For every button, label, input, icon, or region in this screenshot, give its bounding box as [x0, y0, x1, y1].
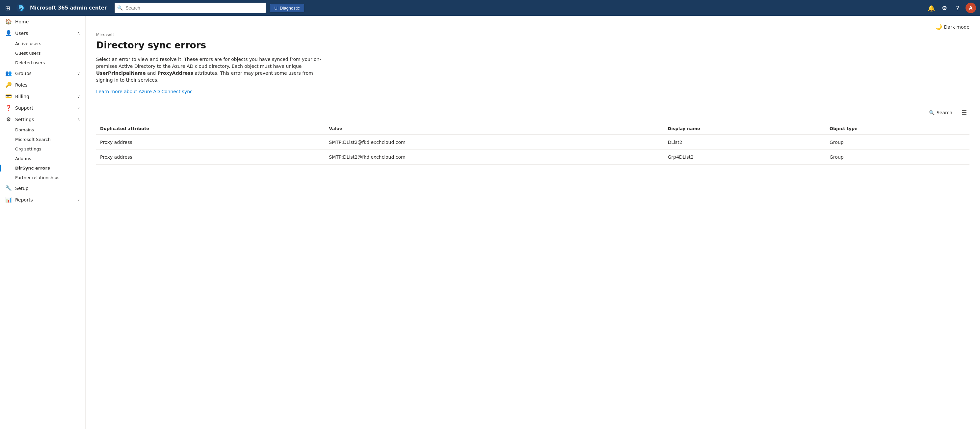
table-search-icon: 🔍	[929, 110, 935, 115]
filter-icon: ☰	[962, 109, 967, 116]
description-text-1: Select an error to view and resolve it. …	[96, 57, 321, 69]
page-title: Directory sync errors	[96, 40, 969, 51]
cell-duplicated-attribute: Proxy address	[96, 135, 325, 150]
sidebar-sub-deleted-users[interactable]: Deleted users	[0, 58, 85, 67]
sidebar-label-settings: Settings	[15, 117, 74, 122]
sidebar-label-support: Support	[15, 105, 74, 111]
cell-object-type: Group	[826, 150, 969, 164]
users-chevron-icon: ∧	[77, 31, 80, 35]
topbar-search-area[interactable]: 🔍	[115, 3, 266, 13]
support-icon: ❓	[5, 105, 12, 111]
cell-duplicated-attribute: Proxy address	[96, 150, 325, 164]
dark-mode-icon: 🌙	[935, 24, 942, 30]
reports-chevron-icon: ∨	[77, 198, 80, 202]
sidebar-sub-active-users[interactable]: Active users	[0, 39, 85, 48]
errors-table: Duplicated attribute Value Display name …	[96, 123, 969, 164]
description-bold-proxy: ProxyAddress	[158, 70, 193, 76]
settings-chevron-icon: ∧	[77, 117, 80, 122]
sidebar-item-reports[interactable]: 📊 Reports ∨	[0, 194, 85, 206]
app-logo	[16, 3, 26, 13]
toolbar: 🔍 Search ☰	[96, 108, 969, 118]
table-row[interactable]: Proxy addressSMTP:DList2@fkd.exchcloud.c…	[96, 135, 969, 150]
settings-button[interactable]: ⚙	[939, 3, 950, 13]
waffle-menu-button[interactable]: ⊞	[4, 3, 11, 13]
sidebar-label-billing: Billing	[15, 94, 74, 99]
sidebar-item-setup[interactable]: 🔧 Setup	[0, 182, 85, 194]
notifications-button[interactable]: 🔔	[926, 3, 937, 13]
users-icon: 👤	[5, 30, 12, 36]
setup-icon: 🔧	[5, 185, 12, 191]
sidebar-sub-partner-relationships[interactable]: Partner relationships	[0, 173, 85, 182]
sidebar-item-support[interactable]: ❓ Support ∨	[0, 102, 85, 113]
roles-icon: 🔑	[5, 82, 12, 88]
avatar[interactable]: A	[966, 3, 976, 13]
learn-more-link[interactable]: Learn more about Azure AD Connect sync	[96, 89, 192, 94]
topbar-icons: 🔔 ⚙ ? A	[926, 3, 976, 13]
cell-object-type: Group	[826, 135, 969, 150]
sidebar-sub-dirsync-errors[interactable]: DirSync errors	[0, 163, 85, 173]
sidebar-label-home: Home	[15, 19, 80, 24]
groups-chevron-icon: ∨	[77, 71, 80, 76]
sidebar-sub-microsoft-search[interactable]: Microsoft Search	[0, 135, 85, 144]
sidebar-item-roles[interactable]: 🔑 Roles	[0, 79, 85, 91]
sidebar-sub-org-settings[interactable]: Org settings	[0, 144, 85, 154]
cell-display-name: DList2	[663, 135, 826, 150]
sidebar-label-users: Users	[15, 30, 74, 36]
billing-icon: 💳	[5, 93, 12, 99]
sidebar-item-settings[interactable]: ⚙️ Settings ∧	[0, 113, 85, 125]
search-icon: 🔍	[117, 5, 123, 11]
reports-icon: 📊	[5, 196, 12, 203]
description-and: and	[146, 70, 158, 76]
cell-value: SMTP:DList2@fkd.exchcloud.com	[325, 150, 663, 164]
top-right-area: 🌙 Dark mode	[96, 24, 969, 30]
table-header-row: Duplicated attribute Value Display name …	[96, 123, 969, 135]
sidebar-label-reports: Reports	[15, 197, 74, 203]
table-search-button[interactable]: 🔍 Search	[926, 108, 955, 116]
help-button[interactable]: ?	[952, 3, 963, 13]
cell-value: SMTP:DList2@fkd.exchcloud.com	[325, 135, 663, 150]
description-bold-upn: UserPrincipalName	[96, 70, 146, 76]
sidebar-sub-add-ins[interactable]: Add-ins	[0, 154, 85, 163]
search-input[interactable]	[115, 3, 266, 13]
sidebar: 🏠 Home 👤 Users ∧ Active users Guest user…	[0, 16, 86, 429]
cell-display-name: Grp4DList2	[663, 150, 826, 164]
dark-mode-label: Dark mode	[944, 24, 969, 30]
col-header-display-name: Display name	[663, 123, 826, 135]
breadcrumb: Microsoft	[96, 33, 969, 37]
sidebar-sub-guest-users[interactable]: Guest users	[0, 48, 85, 58]
sidebar-item-home[interactable]: 🏠 Home	[0, 16, 85, 27]
col-header-value: Value	[325, 123, 663, 135]
section-divider	[96, 101, 969, 101]
col-header-object-type: Object type	[826, 123, 969, 135]
col-header-duplicated-attribute: Duplicated attribute	[96, 123, 325, 135]
table-filter-button[interactable]: ☰	[959, 108, 969, 118]
table-search-label: Search	[937, 110, 952, 115]
sidebar-label-setup: Setup	[15, 186, 80, 191]
sidebar-label-roles: Roles	[15, 82, 80, 88]
sidebar-sub-domains[interactable]: Domains	[0, 125, 85, 135]
main-content: 🌙 Dark mode Microsoft Directory sync err…	[86, 16, 980, 429]
settings-sidebar-icon: ⚙️	[5, 116, 12, 123]
support-chevron-icon: ∨	[77, 106, 80, 110]
sidebar-item-groups[interactable]: 👥 Groups ∨	[0, 67, 85, 79]
dark-mode-toggle[interactable]: 🌙 Dark mode	[935, 24, 969, 30]
ui-diagnostic-button[interactable]: UI Diagnostic	[270, 4, 304, 12]
sidebar-item-users[interactable]: 👤 Users ∧	[0, 27, 85, 39]
home-icon: 🏠	[5, 18, 12, 25]
sidebar-item-billing[interactable]: 💳 Billing ∨	[0, 91, 85, 102]
topbar: ⊞ Microsoft 365 admin center 🔍 UI Diagno…	[0, 0, 980, 16]
billing-chevron-icon: ∨	[77, 94, 80, 99]
layout: 🏠 Home 👤 Users ∧ Active users Guest user…	[0, 16, 980, 429]
groups-icon: 👥	[5, 70, 12, 77]
sidebar-label-groups: Groups	[15, 71, 74, 76]
app-title: Microsoft 365 admin center	[30, 5, 107, 11]
page-description: Select an error to view and resolve it. …	[96, 56, 326, 84]
table-row[interactable]: Proxy addressSMTP:DList2@fkd.exchcloud.c…	[96, 150, 969, 164]
